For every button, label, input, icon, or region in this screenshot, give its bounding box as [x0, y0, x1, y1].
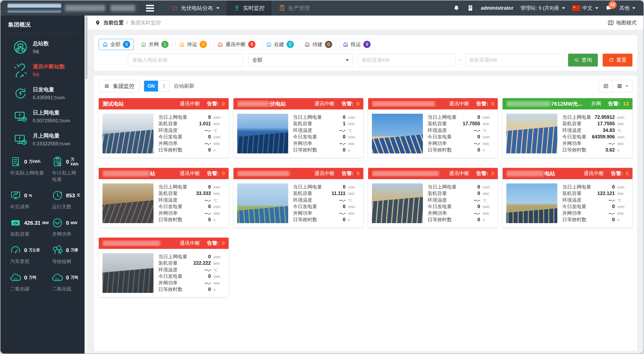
- station-pentagon-icon: [141, 42, 146, 47]
- station-card-8[interactable]: 通讯中断告警: 0当日上网电量0kWh装机容量222.222MW环境温度--.-…: [99, 238, 229, 297]
- capacity-min-input[interactable]: [358, 54, 456, 67]
- station-photo: [506, 114, 557, 153]
- sidebar-stat-通讯中断站数: 通讯中断站数8座: [8, 59, 79, 82]
- list-view-icon: [603, 83, 609, 89]
- query-button[interactable]: 查询: [568, 54, 598, 67]
- nav-item-1[interactable]: 实时监控: [226, 1, 272, 16]
- sidebar-stat-总站数: 总站数9座: [8, 36, 79, 59]
- group-monitor-button[interactable]: 集团监控: [99, 80, 140, 92]
- chevron-down-icon: [625, 85, 628, 87]
- scrollbar-thumb[interactable]: [85, 16, 87, 79]
- auto-refresh-toggle[interactable]: ON: [144, 80, 170, 92]
- metric-row: 当日上网电量0kWh: [293, 114, 360, 120]
- sidebar-scrollbar[interactable]: [85, 16, 88, 353]
- metric-row: 环境温度--.-℃: [158, 197, 225, 203]
- sidebar-stat-汽车里程: 0万公里汽车里程: [10, 244, 49, 265]
- metric-row: 日等效时数0h: [293, 147, 360, 153]
- grid-view-button[interactable]: [613, 80, 632, 92]
- station-card-3[interactable]: 7612MW光...并网告警: 13当日上网电量72.95912kWh装机容量1…: [503, 98, 632, 158]
- tab-count-badge: 9: [363, 41, 371, 48]
- station-card-2[interactable]: 通讯中断告警: 0当日上网电量0kWh装机容量17.7555MW环境温度--.-…: [368, 98, 498, 158]
- filter-tab-全部[interactable]: 全部9: [99, 39, 134, 50]
- station-card-5[interactable]: 通讯中断告警: 0当日上网电量0kWh装机容量11.111MW环境温度--.-℃…: [233, 168, 363, 227]
- station-pentagon-icon: [266, 42, 272, 47]
- station-photo: [103, 183, 153, 223]
- status-filter-tabs: 全部9并网1停运0通讯中断8在建0待建0投运9: [99, 39, 632, 50]
- message-count-badge: 10: [609, 1, 617, 9]
- sidebar-toggle-button[interactable]: [146, 1, 158, 16]
- brand-logo-image: [8, 3, 61, 13]
- status-select[interactable]: 全部: [248, 54, 353, 67]
- top-header: 光伏电站分布实时监控生产管理 administrator 管理站: 9 (共9)…: [1, 1, 643, 16]
- alarm-count: 告警: 0: [611, 170, 629, 177]
- station-pentagon-icon: [343, 42, 348, 47]
- brand: [1, 1, 140, 16]
- metric-row: 当日上网电量0kWh: [158, 184, 225, 190]
- menu-icon: [104, 83, 110, 89]
- metric-row: 环境温度--.-℃: [158, 267, 225, 273]
- station-selector-dropdown[interactable]: 管理站: 9 (共9)座: [520, 5, 565, 12]
- capacity-max-input[interactable]: [465, 54, 563, 67]
- station-name-input[interactable]: [128, 54, 243, 67]
- breadcrumb-current-label: 当前位置: [103, 19, 124, 26]
- station-card-6[interactable]: 通讯中断告警: 0当日上网电量0kWh装机容量0MW环境温度--.-℃今日发电量…: [368, 168, 498, 227]
- station-card-1[interactable]: 伏电站通讯中断告警: 0当日上网电量0kWh装机容量1MW环境温度--.-℃今日…: [233, 98, 363, 158]
- brand-text-redacted: [65, 5, 105, 11]
- sidebar-stat-并网功率: 0MW并网功率: [52, 217, 80, 237]
- station-metrics: 当日上网电量0kWh装机容量122.121MW环境温度--.-℃今日发电量0kW…: [562, 183, 629, 223]
- filter-tab-通讯中断[interactable]: 通讯中断8: [214, 39, 259, 50]
- station-metrics: 当日上网电量0kWh装机容量33.333MW环境温度--.-℃今日发电量0kWh…: [158, 183, 225, 223]
- sidebar-stat-二氧化碳: CO₂0万吨二氧化碳: [10, 272, 49, 292]
- chevron-down-icon: [216, 7, 219, 9]
- filter-tab-停运[interactable]: 停运0: [175, 39, 211, 50]
- station-card-4[interactable]: 站通讯中断告警: 0当日上网电量0kWh装机容量33.333MW环境温度--.-…: [99, 168, 229, 227]
- filter-panel: 全部9并网1停运0通讯中断8在建0待建0投运9 全部 --: [94, 35, 638, 71]
- more-dropdown[interactable]: 其他: [619, 5, 635, 12]
- svg-text:CO₂: CO₂: [13, 277, 18, 280]
- station-metrics: 当日上网电量0kWh装机容量1.011MW环境温度--.-℃今日发电量0kWh并…: [158, 114, 225, 153]
- search-icon: [574, 57, 579, 63]
- station-card-0[interactable]: 测试电站通讯中断告警: 0当日上网电量0kWh装机容量1.011MW环境温度--…: [99, 98, 229, 158]
- notification-bell-icon[interactable]: [453, 5, 460, 12]
- station-photo: [103, 253, 153, 293]
- metric-row: 日等效时数0h: [158, 216, 225, 223]
- breadcrumb-page: 集团实时监控: [130, 19, 161, 26]
- station-photo: [506, 183, 557, 223]
- reset-button[interactable]: 重置: [603, 54, 632, 67]
- content-area: 全部9并网1停运0通讯中断8在建0待建0投运9 全部 --: [88, 30, 643, 353]
- sidebar-stat-月上网电量: 月上网电量0.19322559万kWh: [8, 128, 79, 151]
- home-icon: [171, 5, 178, 12]
- sidebar-stat-日发电量: 日发电量6.435991万kWh: [8, 82, 79, 105]
- auto-refresh-label: 自动刷新: [174, 83, 194, 90]
- nav-item-2[interactable]: 生产管理: [272, 1, 317, 16]
- filter-tab-投运[interactable]: 投运9: [339, 39, 374, 50]
- metric-row: 装机容量17.7555MW: [562, 120, 629, 127]
- metric-row: 日等效时数0h: [428, 147, 494, 153]
- station-card-7[interactable]: 电站通讯中断告警: 0当日上网电量0kWh装机容量122.121MW环境温度--…: [503, 168, 632, 227]
- document-icon[interactable]: [467, 5, 474, 12]
- messages-icon[interactable]: 10: [605, 5, 612, 12]
- map-mode-button[interactable]: 地图模式: [608, 19, 636, 26]
- nav-item-0[interactable]: 光伏电站分布: [164, 1, 226, 16]
- daily-grid-icon: [13, 109, 27, 123]
- chevron-down-icon: [562, 7, 565, 9]
- redacted-text: [372, 101, 435, 107]
- list-view-button[interactable]: [599, 80, 613, 92]
- station-metrics: 当日上网电量0kWh装机容量1MW环境温度--.-℃今日发电量0kWh并网功率-…: [293, 114, 360, 153]
- station-photo: [237, 114, 288, 153]
- app-window: 光伏电站分布实时监控生产管理 administrator 管理站: 9 (共9)…: [0, 0, 644, 354]
- filter-tab-待建[interactable]: 待建0: [301, 39, 336, 50]
- metric-row: 装机容量17.7555MW: [428, 120, 494, 127]
- metric-row: 并网功率--.-MW: [158, 140, 225, 147]
- station-name: 站: [103, 170, 177, 177]
- filter-tab-并网[interactable]: 并网1: [137, 39, 172, 50]
- sidebar-title: 集团概况: [8, 21, 79, 28]
- monitor-toolbar: 集团监控 ON 自动刷新: [99, 80, 632, 92]
- filter-tab-在建[interactable]: 在建0: [262, 39, 298, 50]
- daily-gen-icon: [13, 86, 27, 100]
- station-photo: [372, 183, 423, 223]
- username[interactable]: administrator: [481, 5, 513, 11]
- station-status: 通讯中断: [180, 240, 200, 247]
- station-metrics: 当日上网电量0kWh装机容量11.111MW环境温度--.-℃今日发电量0kWh…: [293, 183, 360, 223]
- language-dropdown[interactable]: 中文: [572, 5, 598, 12]
